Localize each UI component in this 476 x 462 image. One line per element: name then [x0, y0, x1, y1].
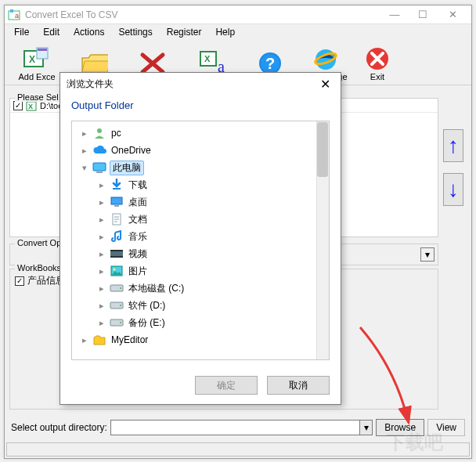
menu-file[interactable]: File: [8, 25, 35, 39]
view-button[interactable]: View: [427, 419, 465, 436]
tree-toggle-icon[interactable]: ▸: [97, 283, 106, 294]
dialog-ok-button[interactable]: 确定: [195, 376, 258, 395]
menu-help[interactable]: Help: [209, 25, 241, 39]
svg-text:?: ?: [265, 55, 275, 72]
tree-toggle-icon[interactable]: ▾: [80, 163, 89, 173]
tree-toggle-icon[interactable]: ▸: [97, 266, 106, 276]
svg-point-29: [114, 269, 116, 271]
svg-rect-1: [10, 9, 13, 13]
svg-rect-26: [110, 250, 123, 251]
tree-item[interactable]: ▸视频: [74, 245, 327, 262]
browse-folder-dialog: 浏览文件夹 ✕ Output Folder ▸pc▸OneDrive▾此电脑▸下…: [60, 72, 341, 405]
app-icon: a: [8, 9, 20, 21]
toolbar-exit[interactable]: Exit: [354, 42, 401, 85]
dialog-title: 浏览文件夹: [67, 78, 316, 91]
disk-icon: [110, 299, 124, 312]
tree-toggle-icon[interactable]: ▸: [97, 215, 106, 225]
tree-toggle-icon[interactable]: ▸: [80, 335, 89, 345]
picture-icon: [110, 265, 124, 277]
convert-options-label: Convert Op: [15, 238, 63, 247]
menu-actions[interactable]: Actions: [67, 25, 110, 39]
svg-rect-23: [114, 205, 119, 207]
maximize-button[interactable]: ☐: [409, 6, 437, 23]
tree-item-label: 软件 (D:): [127, 299, 167, 312]
toolbar-add-excel[interactable]: X Add Exce: [9, 42, 64, 85]
excel-icon: X: [23, 45, 51, 72]
dialog-cancel-button[interactable]: 取消: [267, 376, 330, 395]
svg-rect-22: [111, 197, 122, 204]
menu-settings[interactable]: Settings: [112, 25, 158, 39]
tree-item-label: pc: [110, 128, 123, 139]
desktop-icon: [110, 196, 124, 208]
tree-toggle-icon[interactable]: ▸: [80, 146, 89, 156]
video-icon: [110, 247, 124, 260]
tree-item[interactable]: ▸本地磁盘 (C:): [74, 280, 327, 297]
browse-button[interactable]: Browse: [376, 419, 424, 436]
window-title: Convert Excel To CSV: [25, 9, 380, 20]
move-up-button[interactable]: ↑: [443, 129, 463, 162]
tree-item[interactable]: ▸文档: [74, 211, 327, 228]
tree-item-label: 音乐: [127, 230, 149, 244]
convert-options-dropdown[interactable]: ▾: [420, 247, 435, 262]
disk-icon: [110, 316, 124, 329]
ie-icon: [312, 45, 340, 72]
svg-point-33: [120, 305, 121, 306]
svg-text:X: X: [204, 54, 211, 63]
close-button[interactable]: ✕: [437, 6, 468, 23]
tree-item-label: MyEditor: [110, 334, 150, 345]
tree-item[interactable]: ▸音乐: [74, 228, 327, 245]
combo-caret-icon[interactable]: ▾: [359, 420, 372, 435]
user-icon: [92, 127, 106, 139]
cloud-icon: [92, 144, 106, 157]
tree-item[interactable]: ▸OneDrive: [74, 142, 327, 159]
svg-rect-27: [110, 256, 123, 258]
doc-icon: [110, 213, 124, 226]
svg-text:X: X: [29, 54, 35, 65]
file-list-header: Please Sel: [15, 92, 61, 102]
tree-toggle-icon[interactable]: ▸: [97, 197, 106, 208]
move-down-button[interactable]: ↓: [443, 173, 463, 206]
toolbar-add-excel-label: Add Exce: [18, 72, 55, 81]
dialog-titlebar: 浏览文件夹 ✕: [60, 73, 341, 95]
tree-toggle-icon[interactable]: ▸: [97, 232, 106, 242]
menu-register[interactable]: Register: [160, 25, 208, 39]
computer-icon: [92, 161, 106, 174]
dialog-heading: Output Folder: [71, 99, 330, 111]
tree-item-label: OneDrive: [110, 145, 153, 156]
list-row-checkbox[interactable]: ✓: [13, 101, 23, 110]
tree-item[interactable]: ▸pc: [74, 125, 327, 142]
tree-item[interactable]: ▾此电脑: [74, 159, 327, 176]
tree-item-label: 桌面: [127, 196, 149, 209]
svg-text:X: X: [28, 103, 33, 110]
tree-toggle-icon[interactable]: ▸: [97, 318, 106, 328]
output-directory-combo[interactable]: ▾: [110, 420, 373, 435]
tree-toggle-icon[interactable]: ▸: [97, 180, 106, 190]
tree-item[interactable]: ▸备份 (E:): [74, 314, 327, 331]
tree-item-label: 备份 (E:): [127, 316, 167, 330]
toolbar-exit-label: Exit: [370, 72, 384, 81]
music-icon: [110, 230, 124, 243]
dialog-close-button[interactable]: ✕: [316, 74, 334, 93]
tree-item[interactable]: ▸图片: [74, 262, 327, 280]
tree-item-label: 下载: [127, 179, 149, 192]
tree-toggle-icon[interactable]: ▸: [97, 301, 106, 311]
tree-scrollbar[interactable]: [316, 121, 329, 359]
folder-tree: ▸pc▸OneDrive▾此电脑▸下载▸桌面▸文档▸音乐▸视频▸图片▸本地磁盘 …: [71, 121, 330, 360]
tree-item-label: 视频: [127, 247, 149, 261]
tree-toggle-icon[interactable]: ▸: [80, 128, 89, 139]
folder-icon: [92, 334, 106, 346]
menubar: File Edit Actions Settings Register Help: [5, 24, 471, 40]
minimize-button[interactable]: —: [380, 6, 409, 23]
workbooks-label: WorkBooks: [15, 263, 63, 273]
download-icon: [110, 179, 124, 191]
tree-item-label: 图片: [127, 265, 149, 278]
menu-edit[interactable]: Edit: [37, 25, 66, 39]
tree-item-label: 文档: [127, 213, 149, 226]
workbook-checkbox[interactable]: ✓: [15, 276, 24, 286]
tree-toggle-icon[interactable]: ▸: [97, 249, 106, 259]
tree-item[interactable]: ▸软件 (D:): [74, 297, 327, 314]
svg-point-18: [97, 128, 102, 133]
tree-item[interactable]: ▸桌面: [74, 193, 327, 211]
tree-item[interactable]: ▸MyEditor: [74, 331, 327, 348]
tree-item[interactable]: ▸下载: [74, 176, 327, 193]
